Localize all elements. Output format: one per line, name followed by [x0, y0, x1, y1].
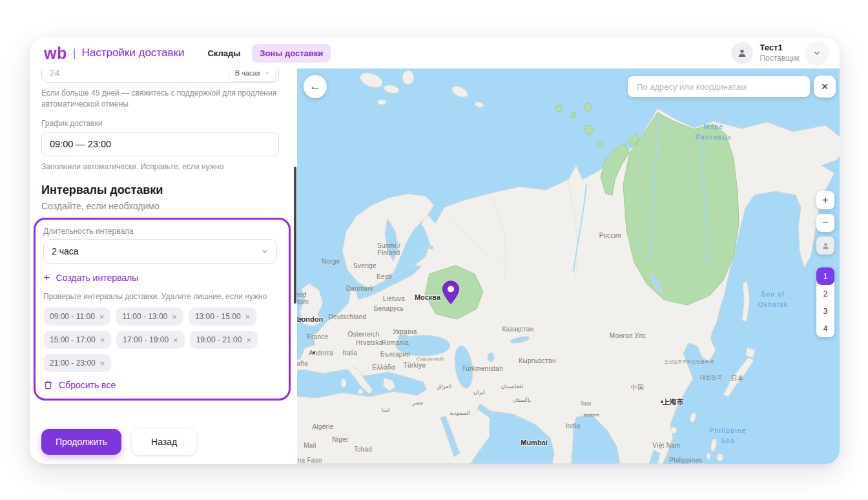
page-title: Настройки доставки: [81, 47, 184, 59]
remove-interval-icon[interactable]: ×: [245, 313, 251, 321]
panel-scrollbar[interactable]: [294, 167, 296, 304]
user-icon: [737, 48, 747, 58]
highlight-outline: Длительность интервала 2 часа + Создать …: [34, 218, 291, 401]
map-close-button[interactable]: ×: [814, 76, 836, 98]
minus-icon: −: [822, 216, 829, 229]
interval-chip-label: 09:00 - 11:00: [50, 312, 95, 321]
plus-icon: +: [43, 272, 50, 284]
tab-зоны-доставки[interactable]: Зоны доставки: [252, 44, 331, 63]
schedule-input[interactable]: [41, 132, 279, 156]
back-arrow-icon: ←: [310, 80, 321, 93]
interval-chip[interactable]: 11:00 - 13:00×: [116, 307, 183, 326]
interval-chip[interactable]: 17:00 - 19:00×: [116, 331, 184, 349]
user-meta: Тест1 Поставщик: [760, 43, 800, 63]
nav-tabs: СкладыЗоны доставки: [200, 44, 331, 63]
reset-all-link[interactable]: Сбросить все: [43, 380, 277, 390]
interval-chip[interactable]: 15:00 - 17:00×: [43, 331, 111, 349]
interval-chip-label: 15:00 - 17:00: [50, 335, 96, 344]
chevron-down-icon: [264, 70, 270, 76]
avatar[interactable]: [731, 42, 753, 64]
zoom-level-list: 1234: [816, 267, 834, 337]
map-canvas: [297, 68, 840, 464]
intervals-subtitle: Создайте, если необходимо: [41, 201, 279, 211]
plus-icon: +: [822, 194, 829, 207]
zoom-out-button[interactable]: −: [816, 214, 834, 232]
locate-button[interactable]: [816, 236, 834, 255]
zoom-level-4[interactable]: 4: [816, 320, 834, 337]
interval-chips: 09:00 - 11:00×11:00 - 13:00×13:00 - 15:0…: [43, 307, 277, 372]
interval-chip-label: 19:00 - 21:00: [196, 335, 242, 344]
close-icon: ×: [821, 79, 828, 94]
remove-interval-icon[interactable]: ×: [173, 336, 178, 344]
user-name: Тест1: [760, 43, 800, 53]
trash-icon: [43, 380, 53, 390]
duration-label: Длительность интервала: [43, 227, 277, 236]
zoom-level-3[interactable]: 3: [816, 302, 834, 320]
interval-chip-label: 11:00 - 13:00: [122, 312, 167, 321]
schedule-hint: Заполнили автоматически. Исправьте, если…: [41, 161, 279, 172]
zoom-in-button[interactable]: +: [816, 191, 834, 209]
chevron-down-icon: [261, 247, 269, 255]
settings-panel: В часах Если больше 45 дней — свяжитесь …: [30, 68, 297, 464]
remove-interval-icon[interactable]: ×: [100, 359, 105, 368]
reset-all-label: Сбросить все: [59, 380, 116, 390]
continue-button[interactable]: Продолжить: [41, 429, 121, 455]
tab-склады[interactable]: Склады: [200, 44, 248, 63]
interval-chip-label: 21:00 - 23:00: [50, 359, 96, 368]
create-intervals-label: Создать интервалы: [56, 273, 139, 283]
location-pin-icon[interactable]: [442, 280, 460, 305]
zoom-level-1[interactable]: 1: [816, 267, 834, 285]
zoom-level-2[interactable]: 2: [816, 285, 834, 302]
schedule-label: График доставки: [41, 119, 279, 128]
back-button[interactable]: Назад: [132, 429, 196, 455]
user-menu-button[interactable]: [806, 42, 828, 64]
remove-interval-icon[interactable]: ×: [172, 313, 177, 321]
person-icon: [822, 242, 830, 250]
check-intervals-hint: Проверьте интервалы доставки. Удалите ли…: [43, 291, 277, 302]
hours-unit-select[interactable]: В часах: [229, 68, 276, 82]
interval-chip[interactable]: 19:00 - 21:00×: [190, 331, 258, 349]
duration-value: 2 часа: [52, 246, 79, 256]
map-search-input[interactable]: [636, 81, 802, 92]
map-back-button[interactable]: ←: [304, 75, 327, 98]
panel-actions: Продолжить Назад: [41, 429, 279, 455]
interval-chip[interactable]: 09:00 - 11:00×: [43, 307, 110, 326]
cancel-hint: Если больше 45 дней — свяжитесь с поддер…: [41, 88, 279, 110]
user-role: Поставщик: [760, 54, 800, 63]
intervals-title: Интервалы доставки: [41, 183, 279, 197]
remove-interval-icon[interactable]: ×: [246, 336, 251, 344]
interval-chip[interactable]: 13:00 - 15:00×: [189, 307, 256, 326]
header-right: Тест1 Поставщик: [731, 42, 828, 64]
map-search: [628, 76, 810, 97]
hours-unit-value: В часах: [235, 69, 260, 77]
chevron-down-icon: [813, 49, 821, 57]
logo-separator: |: [73, 47, 76, 60]
wb-logo: wb: [44, 45, 67, 61]
interval-chip-label: 17:00 - 19:00: [123, 335, 169, 344]
cancel-hours-row: В часах: [41, 68, 279, 83]
interval-chip[interactable]: 21:00 - 23:00×: [43, 354, 111, 372]
delivery-map[interactable]: Море ЛаптевыхSea of OkhotskPhilippine Se…: [297, 68, 840, 464]
duration-select[interactable]: 2 часа: [43, 239, 277, 264]
main-window: wb | Настройки доставки СкладыЗоны доста…: [30, 37, 840, 464]
remove-interval-icon[interactable]: ×: [99, 313, 105, 321]
remove-interval-icon[interactable]: ×: [100, 336, 105, 344]
interval-chip-label: 13:00 - 15:00: [195, 312, 241, 321]
app-header: wb | Настройки доставки СкладыЗоны доста…: [30, 37, 840, 68]
create-intervals-link[interactable]: + Создать интервалы: [43, 272, 277, 284]
